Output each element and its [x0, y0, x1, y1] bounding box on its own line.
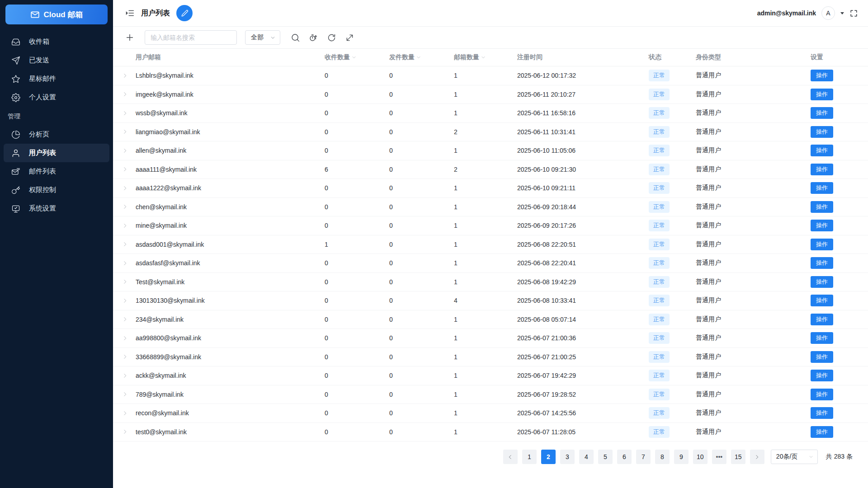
search-input[interactable]	[145, 30, 237, 45]
cell-email: imgeek@skymail.ink	[136, 91, 325, 98]
page-button-3[interactable]: 3	[560, 450, 575, 464]
row-expand-icon[interactable]	[122, 298, 136, 304]
mail-logo-icon	[30, 10, 40, 19]
page-button-5[interactable]: 5	[598, 450, 613, 464]
row-expand-icon[interactable]	[122, 335, 136, 341]
row-action-button[interactable]: 操作	[811, 332, 833, 344]
row-expand-icon[interactable]	[122, 410, 136, 416]
row-action-button[interactable]: 操作	[811, 314, 833, 325]
page-button-15[interactable]: 15	[731, 450, 745, 464]
row-expand-icon[interactable]	[122, 185, 136, 191]
row-expand-icon[interactable]	[122, 204, 136, 210]
row-action-button[interactable]: 操作	[811, 239, 833, 250]
add-user-button[interactable]	[125, 33, 135, 42]
table-row: Test@skymail.ink0012025-06-08 19:42:29正常…	[113, 273, 868, 292]
sort-caret-icon[interactable]	[416, 55, 421, 60]
page-button-6[interactable]: 6	[617, 450, 632, 464]
sidebar-item-1[interactable]: 已发送	[0, 51, 113, 70]
row-action-button[interactable]: 操作	[811, 182, 833, 194]
cell-sent: 0	[389, 353, 454, 361]
sidebar-item-label: 收件箱	[29, 38, 49, 46]
row-expand-icon[interactable]	[122, 391, 136, 397]
row-action-button[interactable]: 操作	[811, 407, 833, 419]
row-expand-icon[interactable]	[122, 148, 136, 154]
sidebar-admin-item-3[interactable]: 权限控制	[0, 181, 113, 199]
row-action-button[interactable]: 操作	[811, 370, 833, 381]
row-action-button[interactable]: 操作	[811, 126, 833, 138]
row-expand-icon[interactable]	[122, 166, 136, 172]
collapse-sidebar-icon[interactable]	[125, 8, 135, 18]
row-expand-icon[interactable]	[122, 316, 136, 322]
row-expand-icon[interactable]	[122, 260, 136, 266]
prev-page-button[interactable]	[503, 450, 518, 464]
more-pages-button[interactable]: •••	[712, 450, 726, 464]
table-row: mine@skymail.ink0012025-06-09 20:17:26正常…	[113, 216, 868, 235]
row-action-button[interactable]: 操作	[811, 257, 833, 269]
page-button-2[interactable]: 2	[541, 450, 556, 464]
sidebar-admin-item-2[interactable]: 邮件列表	[0, 162, 113, 181]
row-action-button[interactable]: 操作	[811, 351, 833, 363]
cell-received: 0	[325, 334, 389, 342]
row-action-button[interactable]: 操作	[811, 426, 833, 438]
sidebar-item-2[interactable]: 星标邮件	[0, 70, 113, 88]
page-button-4[interactable]: 4	[579, 450, 594, 464]
row-action-button[interactable]: 操作	[811, 164, 833, 175]
row-expand-icon[interactable]	[122, 110, 136, 116]
row-expand-icon[interactable]	[122, 279, 136, 285]
row-action-button[interactable]: 操作	[811, 107, 833, 119]
row-expand-icon[interactable]	[122, 354, 136, 360]
row-expand-icon[interactable]	[122, 241, 136, 247]
app-logo[interactable]: Cloud 邮箱	[5, 5, 108, 24]
cell-identity: 普通用户	[696, 128, 811, 136]
page-button-9[interactable]: 9	[674, 450, 689, 464]
mail-list-icon	[11, 167, 20, 176]
column-header[interactable]: 发件数量	[389, 53, 454, 61]
sidebar-admin-item-0[interactable]: 分析页	[0, 125, 113, 144]
page-button-1[interactable]: 1	[522, 450, 537, 464]
next-page-button[interactable]	[750, 450, 764, 464]
refresh-icon[interactable]	[327, 33, 336, 42]
sort-caret-icon[interactable]	[481, 55, 486, 60]
row-expand-icon[interactable]	[122, 223, 136, 229]
row-action-button[interactable]: 操作	[811, 89, 833, 100]
table-row: asdasfasf@skymail.ink0012025-06-08 22:20…	[113, 254, 868, 273]
row-expand-icon[interactable]	[122, 73, 136, 79]
filter-select[interactable]: 全部	[245, 30, 280, 45]
expand-table-icon[interactable]	[345, 33, 354, 42]
sidebar-admin-item-1[interactable]: 用户列表	[4, 144, 109, 162]
row-action-button[interactable]: 操作	[811, 201, 833, 213]
sidebar-item-0[interactable]: 收件箱	[0, 33, 113, 51]
sort-caret-icon[interactable]	[351, 55, 357, 60]
timer-sort-icon[interactable]	[309, 33, 318, 42]
search-icon[interactable]	[291, 33, 300, 42]
page-button-8[interactable]: 8	[655, 450, 670, 464]
column-header[interactable]: 邮箱数量	[454, 53, 517, 61]
cell-identity: 普通用户	[696, 334, 811, 342]
table-row: Lshblrs@skymail.ink0012025-06-12 00:17:3…	[113, 66, 868, 85]
column-header[interactable]: 收件数量	[325, 53, 389, 61]
edit-title-button[interactable]	[176, 5, 193, 21]
cell-identity: 普通用户	[696, 390, 811, 399]
cell-sent: 0	[389, 222, 454, 229]
row-action-button[interactable]: 操作	[811, 295, 833, 306]
avatar[interactable]: A	[821, 6, 835, 20]
row-expand-icon[interactable]	[122, 91, 136, 97]
row-expand-icon[interactable]	[122, 373, 136, 379]
row-action-button[interactable]: 操作	[811, 276, 833, 288]
row-action-button[interactable]: 操作	[811, 220, 833, 231]
column-header: 设置	[811, 53, 857, 61]
row-action-button[interactable]: 操作	[811, 70, 833, 81]
account-menu-caret-icon[interactable]	[840, 12, 844, 14]
sidebar-item-3[interactable]: 个人设置	[0, 88, 113, 107]
page-button-10[interactable]: 10	[693, 450, 708, 464]
sidebar-admin-item-4[interactable]: 系统设置	[0, 199, 113, 218]
row-expand-icon[interactable]	[122, 129, 136, 135]
row-action-button[interactable]: 操作	[811, 389, 833, 400]
row-action-button[interactable]: 操作	[811, 145, 833, 156]
page-button-7[interactable]: 7	[636, 450, 651, 464]
row-expand-icon[interactable]	[122, 429, 136, 435]
fullscreen-icon[interactable]	[849, 9, 858, 18]
cell-identity: 普通用户	[696, 240, 811, 249]
cell-registered: 2025-06-11 10:31:41	[517, 128, 649, 136]
page-size-select[interactable]: 20条/页	[771, 450, 818, 464]
